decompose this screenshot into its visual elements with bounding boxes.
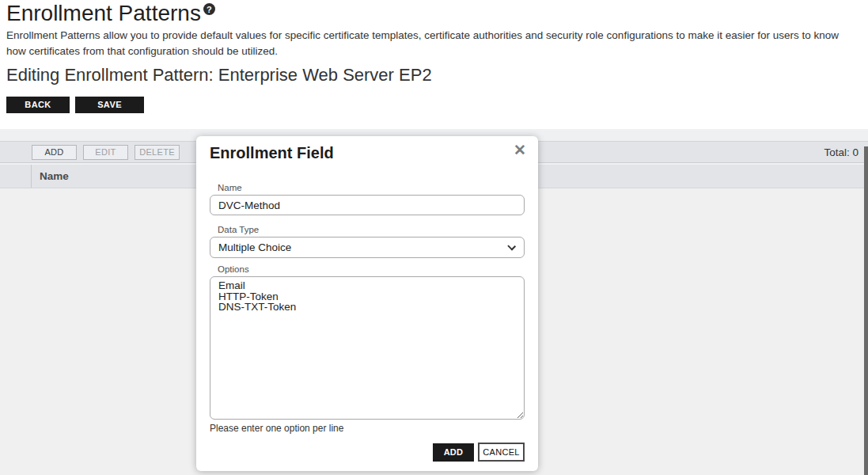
page-header: Enrollment Patterns ? Enrollment Pattern… [0,0,868,113]
close-icon[interactable]: ✕ [514,142,526,158]
name-field-label: Name [218,183,525,192]
data-type-select[interactable]: Multiple Choice [210,237,525,258]
total-count: Total: 0 [824,146,859,158]
help-icon[interactable]: ? [203,3,215,15]
page-subtitle: Editing Enrollment Pattern: Enterprise W… [6,65,862,86]
modal-cancel-button[interactable]: CANCEL [478,443,525,462]
options-textarea[interactable]: Email HTTP-Token DNS-TXT-Token [210,276,525,420]
modal-title: Enrollment Field [210,144,525,162]
back-button[interactable]: BACK [6,97,70,113]
grid-select-column [0,165,32,188]
name-input[interactable] [210,195,525,215]
edit-row-button[interactable]: EDIT [83,145,128,160]
action-row: BACK SAVE [6,97,862,113]
page-title: Enrollment Patterns [6,2,201,25]
modal-add-button[interactable]: ADD [433,443,474,462]
modal-footer: ADD CANCEL [433,443,525,462]
grid-column-header-name: Name [32,170,69,182]
data-type-field-label: Data Type [218,225,525,234]
delete-row-button[interactable]: DELETE [135,145,180,160]
vertical-scrollbar[interactable] [864,146,868,475]
options-helper-text: Please enter one option per line [210,423,525,434]
add-row-button[interactable]: ADD [32,145,77,160]
page-description: Enrollment Patterns allow you to provide… [6,28,843,58]
data-type-select-wrap: Multiple Choice [210,237,525,258]
enrollment-field-modal: Enrollment Field ✕ Name Data Type Multip… [196,136,538,471]
save-button[interactable]: SAVE [75,97,144,113]
options-field-label: Options [218,264,525,274]
